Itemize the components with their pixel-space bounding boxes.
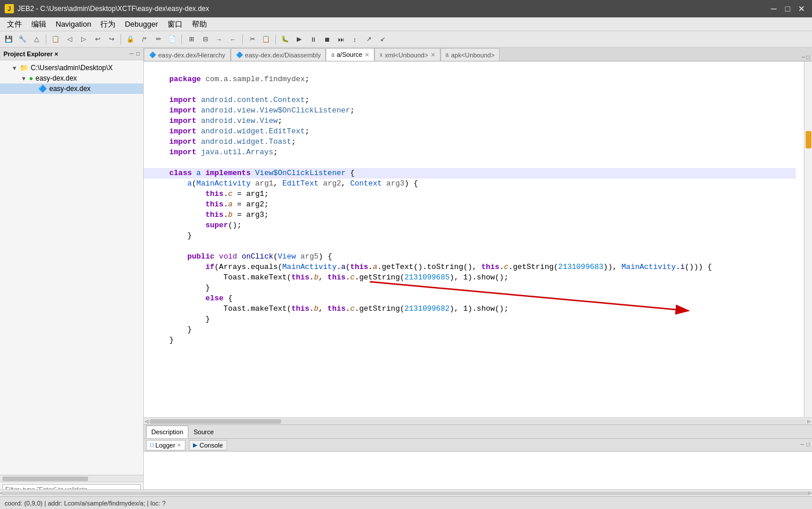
menu-action[interactable]: 行为 — [96, 17, 120, 31]
line-number — [144, 325, 167, 335]
code-area[interactable]: package com.a.sample.findmydex; import a… — [144, 61, 804, 417]
tab-xml-close[interactable]: ✕ — [431, 52, 435, 58]
hscroll-thumb[interactable] — [150, 419, 281, 424]
toolbar-btn-24[interactable]: ↕ — [348, 33, 361, 46]
tab-apk[interactable]: a apk<Unbound> — [440, 48, 500, 61]
minimize-button[interactable]: ─ — [768, 3, 780, 14]
code-line: package com.a.sample.findmydex; — [144, 74, 796, 85]
sidebar-header: Project Explorer × ─ □ — [0, 48, 143, 60]
panel-max-icon[interactable]: □ — [806, 442, 810, 448]
toolbar-btn-6[interactable]: ▷ — [77, 33, 90, 46]
tab-source[interactable]: a a/Source ✕ — [326, 48, 374, 61]
panel-tab-console[interactable]: ▶ Console — [189, 440, 227, 450]
tab-source-close[interactable]: ✕ — [365, 52, 369, 58]
line-content: public void onClick(View arg5) { — [167, 252, 796, 262]
tab-ctrl-max[interactable]: □ — [806, 54, 810, 61]
desc-tab-source[interactable]: Source — [188, 426, 219, 438]
toolbar-btn-18[interactable]: 📋 — [260, 33, 272, 46]
toolbar-btn-16[interactable]: ← — [227, 33, 239, 46]
sidebar-tree: ▼ 📁 C:\Users\admin\Desktop\X ▼ ● easy-de… — [0, 60, 143, 475]
line-number — [144, 304, 167, 314]
menu-navigation[interactable]: Navigation — [51, 17, 96, 31]
tab-hierarchy-icon: 🔷 — [149, 52, 156, 58]
console-icon: ▶ — [193, 442, 198, 448]
toolbar-btn-23[interactable]: ⏭ — [334, 33, 347, 46]
toolbar-btn-8[interactable]: ↪ — [105, 33, 118, 46]
sidebar-hscroll[interactable] — [0, 475, 143, 482]
toolbar-btn-9[interactable]: 🔒 — [124, 33, 137, 46]
line-content: } — [167, 325, 796, 335]
menu-edit[interactable]: 编辑 — [27, 17, 51, 31]
toolbar-btn-17[interactable]: ✂ — [246, 33, 258, 46]
panel-content[interactable]: ◁ ▷ — [144, 452, 812, 496]
sidebar-header-icons: ─ □ — [130, 50, 140, 57]
line-number — [144, 252, 167, 262]
panel-min-icon[interactable]: ─ — [800, 442, 804, 448]
tree-toggle-root[interactable]: ▼ — [12, 65, 17, 71]
toolbar-btn-19[interactable]: 🐛 — [279, 33, 292, 46]
tree-label-dex1: easy-dex.dex — [35, 74, 77, 82]
line-number — [144, 168, 167, 179]
toolbar-btn-14[interactable]: ⊟ — [199, 33, 212, 46]
toolbar-btn-3[interactable]: △ — [30, 33, 43, 46]
sidebar-min-icon[interactable]: ─ — [130, 50, 134, 57]
line-content: Toast.makeText(this.b, this.c.getString(… — [167, 272, 796, 283]
line-content: } — [167, 283, 796, 293]
panel-hscroll-right[interactable]: ▷ — [809, 490, 812, 496]
tab-ctrl-min[interactable]: ─ — [802, 54, 805, 61]
desc-tab-source-label: Source — [194, 428, 214, 435]
tree-toggle-dex1[interactable]: ▼ — [21, 75, 27, 82]
menu-window[interactable]: 窗口 — [163, 17, 187, 31]
scrollbar-thumb[interactable] — [806, 131, 811, 148]
tab-disassembly[interactable]: 🔷 easy-dex.dex/Disassembly — [231, 48, 326, 61]
tab-source-label: a/Source — [337, 51, 362, 58]
tree-label-root: C:\Users\admin\Desktop\X — [31, 64, 112, 72]
code-line-highlighted: class a implements View$OnClickListener … — [144, 168, 796, 179]
menu-file[interactable]: 文件 — [2, 17, 27, 31]
tree-item-root[interactable]: ▼ 📁 C:\Users\admin\Desktop\X — [0, 63, 143, 73]
toolbar-btn-12[interactable]: 📄 — [166, 33, 179, 46]
panel-logger-label: Logger — [155, 442, 175, 449]
toolbar-btn-7[interactable]: ↩ — [91, 33, 104, 46]
tree-item-dex2[interactable]: 🔷 easy-dex.dex — [0, 83, 143, 94]
line-content — [167, 241, 796, 252]
tab-apk-icon: a — [446, 52, 449, 58]
tree-item-dex1[interactable]: ▼ ● easy-dex.dex — [0, 73, 143, 83]
toolbar-btn-13[interactable]: ⊞ — [185, 33, 198, 46]
toolbar-btn-11[interactable]: ✏ — [152, 33, 165, 46]
bottom-desc-tabs: Description Source — [144, 424, 812, 438]
menu-help[interactable]: 帮助 — [187, 17, 212, 31]
toolbar-btn-5[interactable]: ◁ — [63, 33, 76, 46]
maximize-button[interactable]: □ — [782, 3, 793, 14]
toolbar-btn-1[interactable]: 💾 — [2, 33, 15, 46]
code-hscroll[interactable]: ◁ ▷ — [144, 417, 812, 424]
vertical-scrollbar[interactable] — [804, 61, 812, 417]
toolbar-btn-25[interactable]: ↗ — [362, 33, 375, 46]
tab-xml[interactable]: x xml<Unbound> ✕ — [374, 48, 440, 61]
close-button[interactable]: ✕ — [796, 3, 807, 14]
desc-tab-description[interactable]: Description — [146, 426, 188, 438]
menu-debugger[interactable]: Debugger — [120, 17, 162, 31]
panel-tab-logger[interactable]: □ Logger ✕ — [146, 440, 185, 450]
toolbar-btn-2[interactable]: 🔧 — [16, 33, 29, 46]
line-number — [144, 179, 167, 189]
toolbar-btn-26[interactable]: ↙ — [376, 33, 389, 46]
toolbar-btn-4[interactable]: 📋 — [49, 33, 62, 46]
hscroll-right[interactable]: ▷ — [806, 418, 812, 425]
toolbar-btn-10[interactable]: /* — [138, 33, 151, 46]
code-content: package com.a.sample.findmydex; import a… — [144, 61, 796, 417]
code-line: } — [144, 314, 796, 325]
toolbar-btn-15[interactable]: → — [213, 33, 225, 46]
title-bar-controls: ─ □ ✕ — [768, 3, 807, 14]
logger-close-icon[interactable]: ✕ — [177, 442, 181, 448]
menu-bar: 文件 编辑 Navigation 行为 Debugger 窗口 帮助 — [0, 17, 812, 31]
panel-hscroll[interactable]: ◁ ▷ — [144, 489, 812, 496]
tab-hierarchy[interactable]: 🔷 easy-dex.dex/Hierarchy — [144, 48, 231, 61]
toolbar-btn-21[interactable]: ⏸ — [307, 33, 319, 46]
tab-xml-label: xml<Unbound> — [385, 52, 428, 59]
toolbar-btn-22[interactable]: ⏹ — [321, 33, 333, 46]
bottom-panel: □ Logger ✕ ▶ Console ─ □ — [144, 438, 812, 496]
hscroll-left[interactable]: ◁ — [144, 418, 150, 425]
toolbar-btn-20[interactable]: ▶ — [293, 33, 305, 46]
sidebar-max-icon[interactable]: □ — [136, 50, 140, 57]
